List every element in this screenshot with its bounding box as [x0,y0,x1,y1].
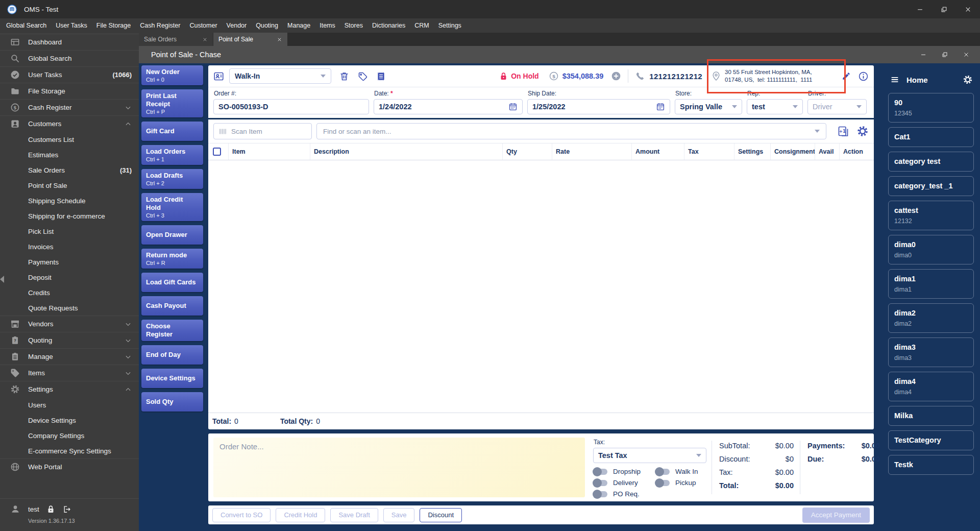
close-icon[interactable] [277,37,282,42]
edit-pencil-icon[interactable] [842,71,851,81]
order-number-input[interactable] [218,103,364,111]
toggle-switch[interactable] [593,480,607,486]
sidebar-item-manage[interactable]: Manage [0,348,139,365]
sidebar-item-customers[interactable]: Customers [0,115,139,132]
menu-item-cash-register[interactable]: Cash Register [135,18,185,33]
sidebar-item-global-search[interactable]: Global Search [0,50,139,66]
action-load-credit-hold-button[interactable]: Load Credit HoldCtrl + 3 [141,193,203,221]
hamburger-menu-icon[interactable] [890,75,899,84]
tab-point-of-sale[interactable]: Point of Sale [213,33,287,46]
order-note-input[interactable] [213,438,585,497]
window-close-button[interactable] [956,0,980,18]
calendar-icon[interactable] [656,102,665,111]
tag-icon[interactable] [357,71,368,82]
category-tile-90[interactable]: 9012345 [888,93,974,123]
toggle-pickup[interactable]: Pickup [655,479,712,487]
menu-item-customer[interactable]: Customer [185,18,222,33]
select-all-checkbox[interactable] [213,148,221,156]
customer-card-icon[interactable] [213,71,224,82]
column-header-amount[interactable]: Amount [632,143,684,160]
info-icon[interactable] [858,71,869,82]
toggle-po-req[interactable]: PO Req. [593,490,655,498]
sidebar-item-quoting[interactable]: ?Quoting [0,332,139,348]
credit-hold-button[interactable]: Credit Hold [276,508,325,522]
sidebar-item-device-settings[interactable]: Device Settings [0,413,139,428]
sidebar-item-vendors[interactable]: Vendors [0,316,139,332]
menu-item-items[interactable]: Items [315,18,340,33]
column-header-settings[interactable]: Settings [734,143,771,160]
grid-settings-gear-icon[interactable] [856,125,869,137]
sidebar-item-deposit[interactable]: Deposit [0,270,139,285]
menu-item-stores[interactable]: Stores [340,18,368,33]
convert-to-so-button[interactable]: Convert to SO [212,508,271,522]
sidebar-item-settings[interactable]: Settings [0,381,139,397]
sidebar-item-quote-requests[interactable]: Quote Requests [0,300,139,316]
store-select[interactable]: Spring Valle [675,99,742,114]
close-icon[interactable] [202,37,208,42]
category-settings-gear-icon[interactable] [963,75,973,85]
column-header-item[interactable]: Item [229,143,310,160]
category-tile-dima3[interactable]: dima3dima3 [888,337,974,367]
sidebar-item-shipping-for-e-commerce[interactable]: Shipping for e-commerce [0,208,139,224]
discount-button[interactable]: Discount [420,508,462,522]
action-load-orders-button[interactable]: Load OrdersCtrl + 1 [141,145,203,165]
category-tile-category-test[interactable]: category test [888,152,974,172]
sidebar-item-e-commerce-sync-settings[interactable]: E-commerce Sync Settings [0,443,139,458]
category-tile-testk[interactable]: Testk [888,455,974,475]
date-input[interactable] [379,103,508,111]
find-item-combo[interactable] [316,123,826,139]
sidebar-item-pick-list[interactable]: Pick List [0,224,139,239]
menu-item-vendor[interactable]: Vendor [222,18,252,33]
sidebar-item-cash-register[interactable]: $Cash Register [0,99,139,115]
customer-select[interactable]: Walk-In [229,68,331,84]
sidebar-item-payments[interactable]: Payments [0,254,139,270]
action-sold-qty-button[interactable]: Sold Qty [141,392,203,412]
category-tile-dima0[interactable]: dima0dima0 [888,235,974,264]
action-gift-card-button[interactable]: Gift Card [141,122,203,141]
ship-date-input[interactable] [532,103,656,111]
sidebar-item-sale-orders[interactable]: Sale Orders(31) [0,162,139,178]
add-document-icon[interactable]: +1 [837,125,849,137]
menu-item-manage[interactable]: Manage [283,18,315,33]
sidebar-item-web-portal[interactable]: Web Portal [0,458,139,475]
menu-item-crm[interactable]: CRM [410,18,433,33]
action-open-drawer-button[interactable]: Open Drawer [141,225,203,245]
pos-restore-button[interactable] [934,46,955,63]
menu-item-file-storage[interactable]: File Storage [92,18,135,33]
hold-label[interactable]: On Hold [511,72,538,80]
category-tile-testcategory[interactable]: TestCategory [888,430,974,450]
toggle-delivery[interactable]: Delivery [593,479,655,487]
sidebar-item-file-storage[interactable]: File Storage [0,83,139,99]
action-load-gift-cards-button[interactable]: Load Gift Cards [141,273,203,292]
save-button[interactable]: Save [383,508,415,522]
category-tile-dima1[interactable]: dima1dima1 [888,269,974,299]
scan-item-field[interactable] [213,123,312,139]
sidebar-item-estimates[interactable]: Estimates [0,147,139,162]
menu-item-global-search[interactable]: Global Search [2,18,51,33]
tax-select[interactable]: Test Tax [593,448,706,463]
category-tile-milka[interactable]: Milka [888,406,974,426]
add-circle-icon[interactable] [611,71,621,81]
menu-item-quoting[interactable]: Quoting [251,18,283,33]
customer-balance[interactable]: $354,088.39 [562,72,604,80]
sidebar-item-items[interactable]: Items [0,365,139,381]
action-new-order-button[interactable]: New OrderCtrl + 0 [141,65,203,85]
sidebar-item-credits[interactable]: Credits [0,285,139,300]
column-header-consignment[interactable]: Consignment [771,143,815,160]
sidebar-item-point-of-sale[interactable]: Point of Sale [0,178,139,193]
find-item-input[interactable] [323,128,815,135]
accept-payment-button[interactable]: Accept Payment [802,508,870,523]
column-header-description[interactable]: Description [310,143,503,160]
sidebar-item-invoices[interactable]: Invoices [0,239,139,254]
lock-session-icon[interactable] [46,505,55,514]
toggle-switch[interactable] [655,480,670,486]
sidebar-item-customers-list[interactable]: Customers List [0,132,139,147]
logout-icon[interactable] [62,505,71,514]
calendar-icon[interactable] [508,102,518,111]
delete-order-icon[interactable] [339,71,350,82]
sidebar-item-company-settings[interactable]: Company Settings [0,428,139,443]
sidebar-collapse-icon[interactable] [0,276,4,283]
driver-select[interactable]: Driver [807,99,867,114]
sidebar-item-dashboard[interactable]: Dashboard [0,34,139,50]
toggle-switch[interactable] [655,469,670,475]
